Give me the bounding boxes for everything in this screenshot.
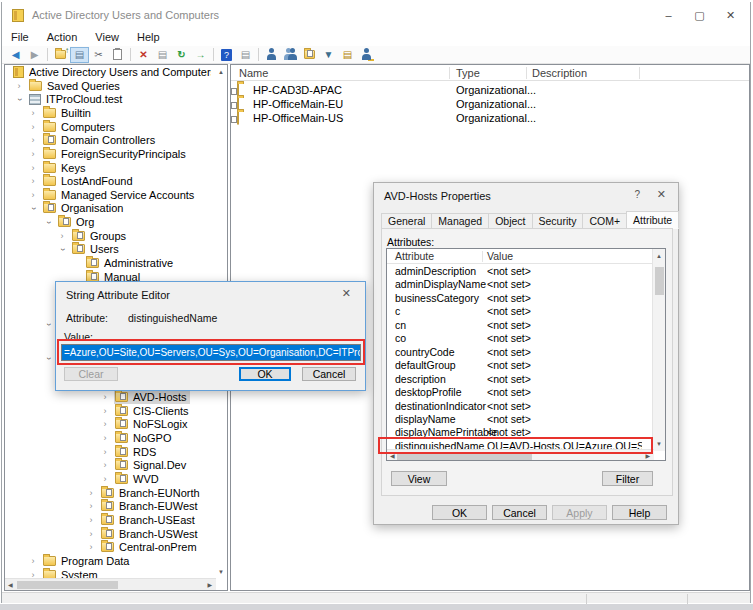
tree-item-content[interactable]: Users [71, 242, 122, 256]
tree-item-content[interactable]: Computers [42, 120, 118, 134]
clear-button[interactable]: Clear [64, 367, 118, 381]
minimize-button[interactable]: – [653, 2, 684, 28]
column-header-description[interactable]: Description [532, 67, 587, 79]
tree-item-wvd[interactable]: ›WVD [5, 473, 227, 486]
tree-item-branch-useast[interactable]: ›Branch-USEast [5, 514, 227, 527]
tab-object[interactable]: Object [488, 213, 532, 229]
collapsed-chevron-icon[interactable]: › [29, 556, 37, 567]
delegate-icon[interactable] [357, 47, 376, 63]
tree-item-content[interactable]: Branch-USEast [100, 513, 198, 527]
column-divider[interactable] [639, 67, 640, 79]
attribute-row-defaultgroup[interactable]: defaultGroup<not set> [387, 359, 665, 372]
menu-help[interactable]: Help [128, 31, 169, 43]
tree-item-lostandfound[interactable]: ›LostAndFound [5, 175, 227, 188]
cancel-button[interactable]: Cancel [302, 367, 356, 381]
tree-item-content[interactable]: ITProCloud.test [28, 92, 125, 106]
attr-column-header[interactable]: Attribute [395, 250, 434, 262]
attribute-row-displayname[interactable]: displayName<not set> [387, 413, 665, 426]
help-button[interactable]: Help [612, 505, 667, 520]
tree-item-content[interactable]: Branch-EUNorth [100, 486, 203, 500]
tree-item-program-data[interactable]: ›Program Data [5, 555, 227, 568]
tree-scroll-up-icon[interactable]: ▲ [218, 69, 224, 75]
properties-icon[interactable]: ▤ [153, 47, 172, 63]
column-header-name[interactable]: Name [239, 67, 268, 79]
dialog-close-icon[interactable]: ✕ [657, 188, 666, 201]
show-console-tree-icon[interactable]: ▤ [70, 47, 89, 63]
tree-item-content[interactable]: ForeignSecurityPrincipals [42, 147, 189, 161]
tab-com[interactable]: COM+ [582, 213, 627, 229]
tree-item-content[interactable]: Signal.Dev [114, 458, 189, 472]
list-item-hp-cad3d-apac[interactable]: HP-CAD3D-APACOrganizational... [231, 83, 749, 97]
collapsed-chevron-icon[interactable]: › [101, 460, 109, 471]
attribute-row-destinationindicator[interactable]: destinationIndicator<not set> [387, 400, 665, 413]
tree-item-content[interactable]: Active Directory Users and Computers [AD… [12, 65, 214, 79]
cancel-button[interactable]: Cancel [492, 505, 547, 520]
column-header-type[interactable]: Type [456, 67, 480, 79]
new-group-icon[interactable] [281, 47, 300, 63]
dialog-close-icon[interactable]: ✕ [342, 287, 351, 300]
paste-icon[interactable] [108, 47, 127, 63]
collapsed-chevron-icon[interactable]: › [87, 529, 95, 540]
tab-managed-by[interactable]: Managed By [431, 213, 489, 229]
tree-item-nofslogix[interactable]: ›NoFSLogix [5, 418, 227, 431]
collapsed-chevron-icon[interactable]: › [101, 392, 109, 403]
collapsed-chevron-icon[interactable]: › [58, 231, 66, 242]
attribute-row-co[interactable]: co<not set> [387, 332, 665, 345]
collapsed-chevron-icon[interactable]: › [29, 163, 37, 174]
column-divider[interactable] [482, 251, 483, 262]
help-icon[interactable]: ? [217, 47, 236, 63]
tab-security[interactable]: Security [532, 213, 584, 229]
collapsed-chevron-icon[interactable]: › [29, 190, 37, 201]
collapsed-chevron-icon[interactable]: › [101, 419, 109, 430]
collapsed-chevron-icon[interactable]: › [29, 176, 37, 187]
attribute-row-cn[interactable]: cn<not set> [387, 319, 665, 332]
collapsed-chevron-icon[interactable]: › [29, 149, 37, 160]
expanded-chevron-icon[interactable]: › [14, 96, 25, 104]
view-button[interactable]: View [391, 471, 447, 486]
tree-item-central-onprem[interactable]: ›Central-onPrem [5, 541, 227, 554]
view-options-icon[interactable]: ▤ [338, 47, 357, 63]
tree-item-content[interactable]: Branch-EUWest [100, 499, 201, 513]
collapsed-chevron-icon[interactable]: › [87, 488, 95, 499]
tree-item-content[interactable]: NoFSLogix [114, 417, 190, 431]
attr-scroll-left-icon[interactable]: ◀ [390, 453, 395, 459]
column-divider[interactable] [449, 67, 450, 79]
new-user-icon[interactable] [262, 47, 281, 63]
attribute-row-c[interactable]: c<not set> [387, 305, 665, 318]
column-divider[interactable] [526, 67, 527, 79]
attribute-row-admindescription[interactable]: adminDescription<not set> [387, 265, 665, 278]
expanded-chevron-icon[interactable]: › [28, 205, 39, 213]
tree-item-content[interactable]: NoGPO [114, 431, 175, 445]
tree-item-content[interactable]: RDS [114, 445, 159, 459]
attr-scroll-down-icon[interactable]: ▼ [656, 441, 662, 447]
collapsed-chevron-icon[interactable]: › [87, 501, 95, 512]
tree-hscroll-thumb[interactable] [17, 581, 118, 589]
tree-item-org[interactable]: ›Org [5, 216, 227, 229]
tree-scroll-down-icon[interactable]: ▼ [218, 569, 224, 575]
tree-item-branch-euwest[interactable]: ›Branch-EUWest [5, 500, 227, 513]
refresh-icon[interactable]: ↻ [172, 47, 191, 63]
new-ou-icon[interactable] [300, 47, 319, 63]
collapsed-chevron-icon[interactable]: › [101, 406, 109, 417]
collapsed-chevron-icon[interactable]: › [101, 474, 109, 485]
list-item-hp-officemain-us[interactable]: HP-OfficeMain-USOrganizational... [231, 111, 749, 125]
collapsed-chevron-icon[interactable]: › [15, 81, 23, 92]
apply-button[interactable]: Apply [552, 505, 607, 520]
maximize-button[interactable]: ▢ [684, 2, 715, 28]
tree-scroll-left-icon[interactable]: ◀ [8, 582, 13, 588]
tree-item-content[interactable]: LostAndFound [42, 174, 136, 188]
attribute-row-displaynameprintable[interactable]: displayNamePrintable<not set> [387, 426, 665, 439]
filter-icon[interactable]: ▼ [319, 47, 338, 63]
tree-item-administrative[interactable]: Administrative [5, 257, 227, 270]
collapsed-chevron-icon[interactable]: › [101, 433, 109, 444]
collapsed-chevron-icon[interactable]: › [101, 447, 109, 458]
back-icon[interactable]: ◀ [6, 47, 25, 63]
tree-item-organisation[interactable]: ›Organisation [5, 202, 227, 215]
attribute-row-countrycode[interactable]: countryCode<not set> [387, 346, 665, 359]
value-column-header[interactable]: Value [487, 250, 513, 262]
tab-general[interactable]: General [381, 213, 432, 229]
filter-button[interactable]: Filter [602, 471, 653, 486]
tree-item-itprocloud-test[interactable]: ›ITProCloud.test [5, 93, 227, 106]
collapsed-chevron-icon[interactable]: › [29, 108, 37, 119]
tree-item-content[interactable]: Domain Controllers [42, 133, 158, 147]
